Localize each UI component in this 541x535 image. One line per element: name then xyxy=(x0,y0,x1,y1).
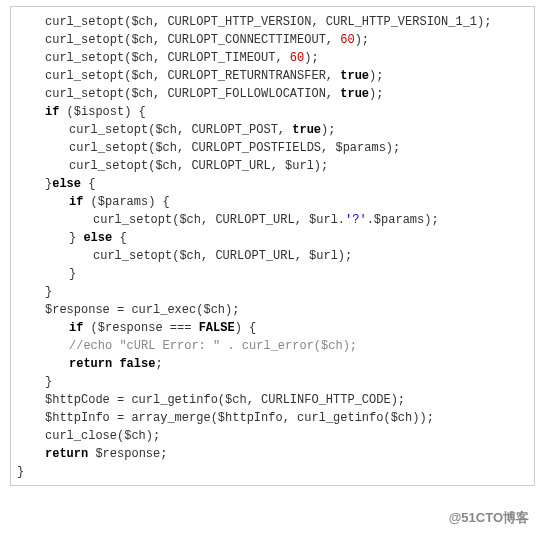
code-line: } xyxy=(17,265,528,283)
code-line: return $response; xyxy=(17,445,528,463)
code-line: $httpCode = curl_getinfo($ch, CURLINFO_H… xyxy=(17,391,528,409)
code-line: curl_setopt($ch, CURLOPT_RETURNTRANSFER,… xyxy=(17,67,528,85)
code-line: curl_setopt($ch, CURLOPT_URL, $url); xyxy=(17,247,528,265)
code-block: curl_setopt($ch, CURLOPT_HTTP_VERSION, C… xyxy=(10,6,535,486)
code-line: curl_setopt($ch, CURLOPT_CONNECTTIMEOUT,… xyxy=(17,31,528,49)
code-line: curl_setopt($ch, CURLOPT_POSTFIELDS, $pa… xyxy=(17,139,528,157)
code-line: curl_setopt($ch, CURLOPT_POST, true); xyxy=(17,121,528,139)
code-line: } xyxy=(17,463,528,481)
code-line: $httpInfo = array_merge($httpInfo, curl_… xyxy=(17,409,528,427)
code-line: }else { xyxy=(17,175,528,193)
code-line: } xyxy=(17,373,528,391)
code-line: curl_setopt($ch, CURLOPT_URL, $url.'?'.$… xyxy=(17,211,528,229)
code-line: curl_setopt($ch, CURLOPT_FOLLOWLOCATION,… xyxy=(17,85,528,103)
code-line: if ($params) { xyxy=(17,193,528,211)
code-line: curl_setopt($ch, CURLOPT_HTTP_VERSION, C… xyxy=(17,13,528,31)
code-line: } xyxy=(17,283,528,301)
watermark-text: @51CTO博客 xyxy=(449,509,529,527)
code-line: curl_setopt($ch, CURLOPT_URL, $url); xyxy=(17,157,528,175)
code-line: //echo "cURL Error: " . curl_error($ch); xyxy=(17,337,528,355)
code-line: if ($response === FALSE) { xyxy=(17,319,528,337)
code-line: if ($ispost) { xyxy=(17,103,528,121)
code-line: curl_setopt($ch, CURLOPT_TIMEOUT, 60); xyxy=(17,49,528,67)
code-line: curl_close($ch); xyxy=(17,427,528,445)
code-line: return false; xyxy=(17,355,528,373)
code-line: $response = curl_exec($ch); xyxy=(17,301,528,319)
code-line: } else { xyxy=(17,229,528,247)
